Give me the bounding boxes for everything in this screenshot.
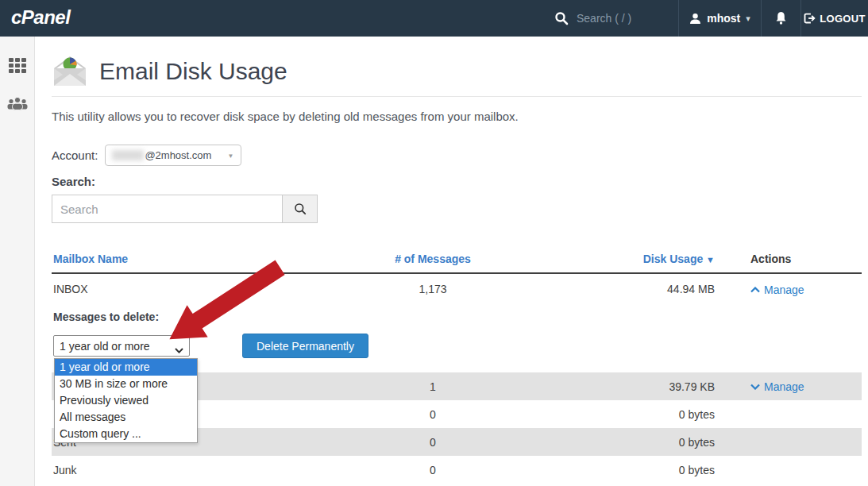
notifications-button[interactable] [761,0,800,37]
mailbox-name: INBOX [52,283,322,295]
disk-usage: 44.94 MB [544,283,715,295]
title-divider [52,96,862,97]
mailbox-table: Mailbox Name # of Messages Disk Usage ▼ … [52,245,862,484]
delete-permanently-button[interactable]: Delete Permanently [242,334,368,358]
redacted-username [112,150,144,160]
search-input[interactable] [52,195,282,223]
sidebar [0,37,35,486]
inbox-expansion-panel: Messages to delete: 1 year old or more 1… [52,304,862,372]
dropdown-option-custom-query[interactable]: Custom query ... [55,426,197,442]
message-count: 0 [322,464,544,476]
caret-down-icon: ▼ [227,152,233,160]
select-value: 1 year old or more [60,340,150,353]
dropdown-option-all-messages[interactable]: All messages [55,409,197,426]
logout-icon [804,13,816,24]
global-search[interactable]: Search ( / ) [548,0,678,37]
disk-usage: 39.79 KB [544,380,715,393]
topbar: cPanel Search ( / ) mhost ▾ LOGOUT [0,0,868,37]
account-value: @2mhost.com [145,149,211,161]
disk-usage: 0 bytes [544,436,715,449]
email-disk-usage-icon [52,56,88,87]
messages-to-delete-label: Messages to delete: [53,310,862,323]
message-count: 1 [322,380,544,393]
dropdown-option-30mb[interactable]: 30 MB in size or more [55,376,197,392]
header-actions: Actions [715,253,862,265]
account-select[interactable]: @2mhost.com ▼ [105,145,241,166]
sort-desc-icon: ▼ [706,255,715,264]
account-row: Account: @2mhost.com ▼ [52,145,862,166]
page-header: Email Disk Usage [52,54,862,89]
messages-to-delete-select[interactable]: 1 year old or more 1 year old or more 30… [53,335,190,357]
chevron-down-icon [175,343,183,356]
table-header-row: Mailbox Name # of Messages Disk Usage ▼ … [52,245,862,274]
user-icon [689,13,701,25]
grid-icon [9,58,26,73]
search-icon [294,202,307,215]
search-icon [554,11,569,25]
search-group [52,195,862,223]
disk-usage: 0 bytes [544,464,715,476]
user-menu[interactable]: mhost ▾ [678,0,761,37]
user-manager-icon[interactable] [0,87,35,119]
main-content: Email Disk Usage This utility allows you… [35,37,868,486]
header-disk-usage[interactable]: Disk Usage ▼ [544,253,715,265]
username: mhost [707,12,740,25]
delete-filter-dropdown: 1 year old or more 30 MB in size or more… [54,358,198,443]
bell-icon [774,11,788,25]
dropdown-option-1-year[interactable]: 1 year old or more [55,359,197,376]
account-label: Account: [52,148,98,162]
table-row-inbox: INBOX 1,173 44.94 MB Manage [52,274,862,304]
manage-link[interactable]: Manage [750,380,804,393]
chevron-up-icon [750,287,760,293]
message-count: 0 [322,436,544,449]
logout-button[interactable]: LOGOUT [800,0,868,37]
search-label: Search: [52,175,862,188]
chevron-down-icon: ▾ [746,14,750,24]
disk-usage: 0 bytes [544,408,715,421]
message-count: 1,173 [322,283,544,295]
message-count: 0 [322,408,544,421]
table-row-junk: Junk 0 0 bytes [52,456,862,484]
search-button[interactable] [282,195,318,223]
manage-link[interactable]: Manage [750,284,804,296]
logout-label: LOGOUT [820,13,865,25]
page-description: This utility allows you to recover disk … [52,110,862,123]
users-group-icon [7,96,28,111]
chevron-down-icon [750,384,760,390]
cpanel-logo[interactable]: cPanel [11,6,70,29]
header-mailbox-name[interactable]: Mailbox Name [52,253,322,265]
page-title: Email Disk Usage [99,58,287,85]
dropdown-option-previously-viewed[interactable]: Previously viewed [55,392,197,409]
global-search-placeholder: Search ( / ) [577,12,631,25]
mailbox-name: Junk [52,464,322,476]
header-messages[interactable]: # of Messages [322,253,544,265]
apps-grid-icon[interactable] [0,49,35,81]
